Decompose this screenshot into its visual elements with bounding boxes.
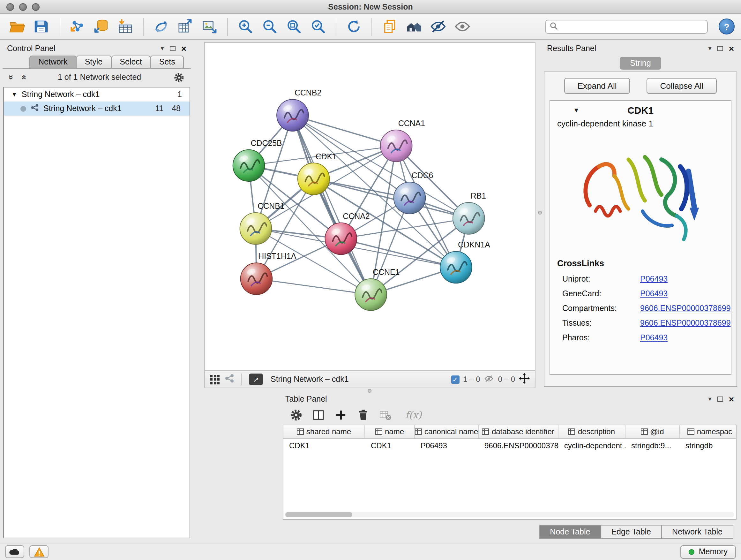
collection-expand-icon[interactable]: ▼ bbox=[11, 91, 17, 98]
horizontal-scrollbar[interactable] bbox=[285, 512, 734, 517]
table-cell[interactable]: cyclin-dependent ... bbox=[558, 439, 625, 452]
close-window-button[interactable] bbox=[6, 3, 14, 11]
tab-network-table[interactable]: Network Table bbox=[661, 525, 733, 539]
float-panel-icon[interactable] bbox=[718, 46, 723, 51]
add-column-icon[interactable] bbox=[312, 409, 325, 422]
column-header-shared-name[interactable]: shared name bbox=[283, 425, 365, 438]
tab-node-table[interactable]: Node Table bbox=[539, 525, 601, 539]
network-edge[interactable] bbox=[256, 279, 371, 295]
network-canvas[interactable]: CCNB2CCNA1CDC25BCDK1CDC6RB1CCNB1CCNA2CDK… bbox=[205, 43, 535, 370]
delete-table-icon[interactable] bbox=[379, 409, 392, 422]
network-row[interactable]: String Network – cdk1 11 48 bbox=[4, 102, 190, 116]
panel-splitter-handle[interactable] bbox=[538, 211, 542, 214]
collapse-all-button[interactable]: Collapse All bbox=[647, 78, 717, 94]
show-all-button[interactable] bbox=[452, 16, 473, 37]
help-button[interactable]: ? bbox=[719, 18, 735, 35]
network-node-CCNB1[interactable]: CCNB1 bbox=[240, 201, 285, 245]
network-edge[interactable] bbox=[293, 115, 371, 295]
entry-collapse-icon[interactable]: ▼ bbox=[573, 106, 580, 113]
warnings-button[interactable] bbox=[29, 545, 49, 558]
table-row[interactable]: CDK1CDK1P064939606.ENSP00000378699cyclin… bbox=[283, 439, 736, 452]
refresh-button[interactable] bbox=[343, 16, 364, 37]
table-settings-gear-icon[interactable] bbox=[290, 409, 302, 422]
import-table-button[interactable] bbox=[115, 16, 136, 37]
string-results-tab[interactable]: String bbox=[620, 57, 661, 70]
tab-network[interactable]: Network bbox=[29, 56, 77, 68]
home-view-button[interactable] bbox=[403, 16, 424, 37]
open-in-window-icon[interactable]: ↗ bbox=[249, 374, 263, 385]
hidden-eye-icon[interactable] bbox=[484, 374, 494, 385]
fit-crosshair-icon[interactable] bbox=[519, 373, 530, 386]
network-node-CDKN1A[interactable]: CDKN1A bbox=[440, 240, 490, 283]
search-input[interactable] bbox=[560, 22, 703, 31]
close-panel-icon[interactable]: × bbox=[729, 395, 734, 403]
crosslink-tissues-link[interactable]: 9606.ENSP00000378699 bbox=[640, 318, 731, 327]
zoom-fit-button[interactable] bbox=[283, 16, 305, 37]
network-edge[interactable] bbox=[341, 239, 456, 267]
close-panel-icon[interactable]: × bbox=[729, 44, 734, 53]
table-cell[interactable]: CDK1 bbox=[283, 439, 365, 452]
zoom-out-button[interactable] bbox=[259, 16, 280, 37]
save-session-button[interactable] bbox=[30, 16, 52, 37]
table-cell[interactable]: CDK1 bbox=[365, 439, 415, 452]
network-options-gear-icon[interactable] bbox=[174, 72, 185, 83]
cloud-status-button[interactable] bbox=[5, 545, 24, 558]
expand-all-icon[interactable]: » bbox=[17, 75, 28, 80]
import-network-button[interactable] bbox=[66, 16, 87, 37]
copy-annotations-button[interactable] bbox=[379, 16, 400, 37]
memory-button[interactable]: Memory bbox=[680, 545, 736, 558]
panel-menu-icon[interactable]: ▾ bbox=[709, 396, 712, 402]
float-panel-icon[interactable] bbox=[718, 396, 723, 401]
hide-selected-button[interactable] bbox=[428, 16, 449, 37]
panel-menu-icon[interactable]: ▾ bbox=[709, 45, 712, 52]
column-header-name[interactable]: name bbox=[365, 425, 415, 438]
column-header-canonical-name[interactable]: canonical name bbox=[415, 425, 479, 438]
share-network-icon[interactable] bbox=[225, 374, 234, 385]
table-cell[interactable]: 9606.ENSP00000378699 bbox=[479, 439, 558, 452]
gene-entry-header[interactable]: ▼ CDK1 bbox=[550, 101, 731, 119]
tab-sets[interactable]: Sets bbox=[150, 56, 184, 68]
delete-icon[interactable] bbox=[357, 409, 369, 422]
search-box[interactable] bbox=[545, 19, 708, 34]
zoom-in-button[interactable] bbox=[235, 16, 256, 37]
network-node-CDC25B[interactable]: CDC25B bbox=[233, 138, 282, 182]
grid-view-icon[interactable] bbox=[210, 374, 219, 384]
minimize-window-button[interactable] bbox=[19, 3, 27, 11]
column-header-description[interactable]: description bbox=[558, 425, 625, 438]
tab-select[interactable]: Select bbox=[111, 56, 151, 68]
close-panel-icon[interactable]: × bbox=[181, 44, 186, 53]
new-network-button[interactable] bbox=[151, 16, 172, 37]
scrollbar-thumb[interactable] bbox=[285, 512, 352, 517]
table-cell[interactable]: stringdb:9... bbox=[625, 439, 680, 452]
function-builder-icon[interactable]: f(x) bbox=[405, 409, 421, 421]
network-node-CCNB2[interactable]: CCNB2 bbox=[277, 88, 321, 131]
export-image-button[interactable] bbox=[199, 16, 220, 37]
zoom-selected-button[interactable] bbox=[308, 16, 329, 37]
collapse-all-icon[interactable]: » bbox=[6, 75, 17, 80]
panel-splitter-handle[interactable] bbox=[367, 389, 372, 393]
tab-style[interactable]: Style bbox=[76, 56, 112, 68]
network-collection-row[interactable]: ▼ String Network – cdk1 1 bbox=[4, 87, 190, 102]
tab-edge-table[interactable]: Edge Table bbox=[600, 525, 662, 539]
selected-checkbox-icon[interactable]: ✓ bbox=[451, 375, 459, 383]
column-header-database-identifier[interactable]: database identifier bbox=[479, 425, 558, 438]
crosslink-uniprot-link[interactable]: P06493 bbox=[640, 274, 668, 283]
network-node-HIST1H1A[interactable]: HIST1H1A bbox=[241, 252, 296, 295]
expand-all-button[interactable]: Expand All bbox=[564, 78, 630, 94]
export-table-button[interactable] bbox=[175, 16, 196, 37]
float-panel-icon[interactable] bbox=[170, 46, 176, 51]
crosslink-genecard-link[interactable]: P06493 bbox=[640, 289, 668, 298]
panel-menu-icon[interactable]: ▾ bbox=[161, 45, 164, 52]
open-session-button[interactable] bbox=[6, 16, 27, 37]
crosslink-pharos-link[interactable]: P06493 bbox=[640, 333, 668, 342]
network-node-RB1[interactable]: RB1 bbox=[453, 191, 486, 234]
zoom-window-button[interactable] bbox=[32, 3, 40, 11]
add-row-icon[interactable] bbox=[334, 409, 347, 422]
column-header-namespac[interactable]: namespac bbox=[680, 425, 737, 438]
network-node-CCNA1[interactable]: CCNA1 bbox=[381, 119, 425, 162]
table-cell[interactable]: stringdb bbox=[680, 439, 737, 452]
table-cell[interactable]: P06493 bbox=[415, 439, 479, 452]
crosslink-compartments-link[interactable]: 9606.ENSP00000378699 bbox=[640, 304, 731, 313]
column-header--id[interactable]: @id bbox=[625, 425, 680, 438]
import-database-button[interactable] bbox=[91, 16, 112, 37]
